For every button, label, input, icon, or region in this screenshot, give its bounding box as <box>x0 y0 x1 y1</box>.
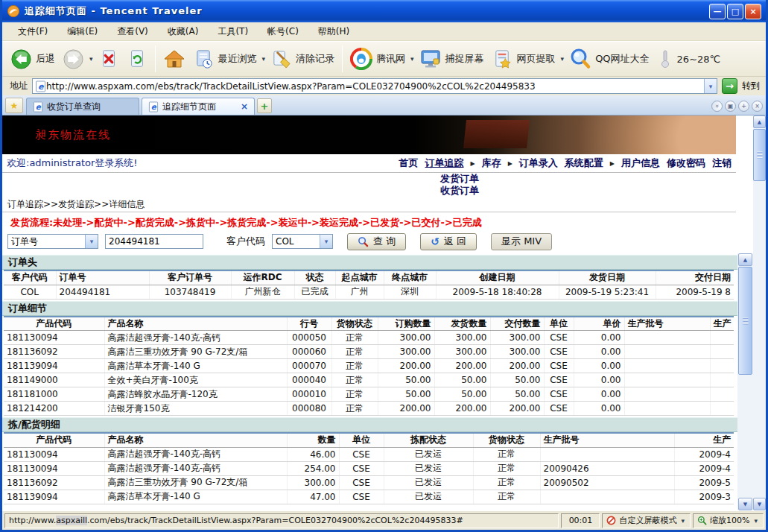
search-button[interactable]: 查 询 <box>347 233 406 250</box>
column-header: 客户订单号 <box>149 270 231 285</box>
column-header: 产品代码 <box>4 317 104 331</box>
recent-dropdown-icon[interactable]: ▾ <box>261 55 267 63</box>
new-tab-button[interactable]: + <box>257 98 272 113</box>
browser-scrollbar-track[interactable] <box>753 128 766 498</box>
ad-block-mode-control[interactable]: 自定义屏蔽模式 ▾ <box>602 513 691 528</box>
order-header-table: 客户代码订单号客户订单号运作RDC状态起点城市终点城市创建日期发货日期交付日期C… <box>4 270 734 300</box>
nav-item[interactable]: 系统配置 <box>565 156 603 170</box>
nav-item[interactable]: 订单追踪 <box>425 156 464 170</box>
cell <box>624 359 710 373</box>
home-button[interactable] <box>159 45 189 72</box>
tab-close-icon[interactable]: × <box>241 101 248 112</box>
shipping-flow-text: 发货流程:未处理->配货中->配货完成->拣货中->拣货完成->装运中->装运完… <box>2 212 736 229</box>
tab-track-detail[interactable]: e 追踪细节页面 × <box>142 98 255 115</box>
cell: 高露洁草本牙膏-140 G <box>104 359 287 373</box>
order-number-input[interactable]: 204494181 <box>105 234 203 249</box>
table-row: 181181000高露洁蜂胶水晶牙膏-120克000010正常50.0050.0… <box>4 387 734 402</box>
menu-bar: 文件(F)编辑(E)查看(V)收藏(A)工具(T)帐号(C)帮助(H) <box>2 22 766 41</box>
tab-receive-order-query[interactable]: e 收货订单查询 <box>26 98 139 115</box>
close-button[interactable]: × <box>745 4 761 19</box>
menu-item[interactable]: 帐号(C) <box>258 22 308 41</box>
cell: 200.00 <box>490 402 544 416</box>
address-url[interactable]: http://www.aspxam.com/ebs/track/TrackDet… <box>46 81 704 92</box>
cell: 000070 <box>287 359 331 373</box>
go-button[interactable]: → <box>722 78 737 94</box>
extract-dropdown-icon[interactable]: ▾ <box>559 55 566 63</box>
scroll-up-icon[interactable]: ▲ <box>738 253 752 266</box>
clear-history-button[interactable]: 清除记录 <box>267 46 338 72</box>
show-miv-button-label: 显示 MIV <box>501 235 542 248</box>
chevron-down-icon[interactable]: ▾ <box>752 517 759 525</box>
cell: 000050 <box>287 331 331 345</box>
forward-button[interactable] <box>59 46 88 72</box>
zoom-control[interactable]: 缩放100% ▾ <box>693 513 764 528</box>
qq-sites-button[interactable]: QQ网址大全 <box>565 45 653 72</box>
page-icon: e <box>148 101 159 113</box>
cell: 200.00 <box>378 402 434 416</box>
scroll-down-icon[interactable]: ▼ <box>738 498 752 510</box>
svg-text:e: e <box>36 102 42 111</box>
site-banner: 昶东物流在线 <box>2 115 736 154</box>
menu-item[interactable]: 编辑(E) <box>57 22 107 41</box>
back-button[interactable]: 后退 <box>7 46 59 72</box>
cell: 高露洁三重功效牙膏 90 G-72支/箱 <box>104 345 287 359</box>
scroll-down-icon[interactable]: ▼ <box>753 498 766 510</box>
scroll-up-icon[interactable]: ▲ <box>753 115 766 128</box>
chevron-down-icon[interactable]: ▾ <box>679 517 686 525</box>
customer-code-select[interactable]: COL ▾ <box>272 234 333 249</box>
cell: 全效+美白牙膏-100克 <box>104 373 287 387</box>
tab-window-icon[interactable]: ▣ <box>725 101 736 112</box>
menu-item[interactable]: 帮助(H) <box>308 22 359 41</box>
weather-widget[interactable]: 26~28℃ <box>653 47 725 71</box>
subnav-ship-order-link[interactable]: 发货订单 <box>440 173 479 185</box>
return-button[interactable]: ↺ 返 回 <box>420 233 477 250</box>
tencent-portal-button[interactable]: 腾讯网 <box>346 45 409 72</box>
inner-scrollbar[interactable]: ▲ ▼ <box>737 253 753 510</box>
chevron-down-icon[interactable]: ▾ <box>320 235 332 248</box>
menu-item[interactable]: 收藏(A) <box>158 22 209 41</box>
nav-item[interactable]: 修改密码 <box>667 156 705 170</box>
page-icon: e <box>33 101 43 113</box>
favorites-star-button[interactable]: ★ <box>5 98 23 113</box>
tencent-dropdown-icon[interactable]: ▾ <box>409 55 416 63</box>
chevron-down-icon[interactable]: ▾ <box>85 235 98 248</box>
nav-item[interactable]: 注销 <box>712 156 731 170</box>
maximize-button[interactable]: □ <box>727 4 743 19</box>
tab-pin-icon[interactable]: + <box>738 101 749 112</box>
recent-button[interactable]: 最近浏览 <box>189 46 261 72</box>
tab-list-chevron-icon[interactable]: » <box>711 101 723 112</box>
nav-item[interactable]: 用户信息 <box>621 156 660 170</box>
order-field-select[interactable]: 订单号 ▾ <box>7 234 98 249</box>
stop-button[interactable] <box>95 46 123 72</box>
inner-scrollbar-track[interactable] <box>738 266 752 498</box>
browser-scrollbar-thumb[interactable] <box>753 129 766 181</box>
cell: 0.00 <box>574 359 624 373</box>
nav-item[interactable]: 首页 <box>399 156 419 170</box>
show-miv-button[interactable]: 显示 MIV <box>491 233 552 250</box>
subnav-receive-order-link[interactable]: 收货订单 <box>440 185 479 197</box>
web-extract-button[interactable]: 网页提取 <box>488 46 559 72</box>
cell: 50.00 <box>490 373 544 387</box>
menu-item[interactable]: 查看(V) <box>107 22 158 41</box>
menu-item[interactable]: 文件(F) <box>8 22 57 41</box>
nav-item[interactable]: 库存 <box>482 156 501 170</box>
go-label[interactable]: 转到 <box>742 80 760 92</box>
menu-item[interactable]: 工具(T) <box>208 22 258 41</box>
tab-close-all-icon[interactable]: × <box>752 101 763 112</box>
site-logo-text: 昶东物流在线 <box>35 128 111 142</box>
capture-screen-button[interactable]: 捕捉屏幕 <box>416 45 488 72</box>
nav-item[interactable]: 订单录入 <box>519 156 558 170</box>
cell: CSE <box>339 475 384 490</box>
welcome-message: 欢迎:administrator登录系统! <box>7 156 138 170</box>
address-dropdown-icon[interactable]: ▾ <box>704 79 717 93</box>
cell: 2009-4 <box>674 447 734 461</box>
browser-scrollbar[interactable]: ▲ ▼ <box>753 115 766 510</box>
address-input[interactable]: e http://www.aspxam.com/ebs/track/TrackD… <box>32 78 717 94</box>
cell: CSE <box>544 402 574 416</box>
refresh-button[interactable] <box>123 46 151 72</box>
inner-scrollbar-thumb[interactable] <box>738 267 752 375</box>
cell: CSE <box>339 490 384 504</box>
forward-dropdown-icon[interactable]: ▾ <box>88 55 95 63</box>
minimize-button[interactable]: — <box>709 4 726 19</box>
cell <box>710 373 734 387</box>
